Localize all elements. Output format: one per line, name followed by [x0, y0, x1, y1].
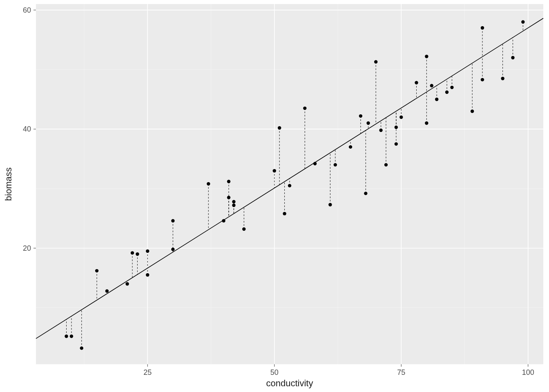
data-point [430, 84, 433, 87]
y-tick-label: 60 [23, 6, 31, 14]
data-point [171, 247, 174, 251]
data-point [80, 346, 83, 350]
data-point [359, 114, 362, 118]
data-point [70, 334, 73, 338]
data-point [445, 91, 449, 94]
data-point [399, 116, 403, 119]
data-point [313, 162, 317, 165]
data-point [511, 56, 514, 59]
data-point [288, 184, 291, 187]
data-point [471, 109, 474, 113]
data-point [364, 192, 367, 195]
data-point [242, 227, 245, 231]
data-point [232, 200, 235, 203]
data-point [435, 98, 438, 101]
data-point [303, 107, 306, 110]
data-point [366, 121, 370, 125]
data-point [425, 55, 428, 58]
y-tick-label: 20 [23, 244, 31, 252]
data-point [481, 26, 484, 29]
x-tick-label: 25 [143, 368, 152, 376]
x-tick-label: 100 [522, 368, 534, 376]
data-point [501, 77, 504, 80]
data-point [227, 196, 230, 199]
y-axis-title: biomass [3, 167, 13, 201]
x-tick-label: 75 [397, 368, 405, 376]
data-point [232, 204, 235, 207]
data-point [105, 289, 109, 292]
data-point [207, 182, 210, 185]
data-point [379, 129, 382, 132]
scatter-chart: 255075100204060conductivitybiomass [0, 0, 549, 392]
data-point [95, 269, 98, 272]
data-point [222, 219, 225, 222]
data-point [171, 219, 174, 222]
chart-svg: 255075100204060conductivitybiomass [0, 0, 549, 392]
data-point [395, 142, 398, 145]
data-point [283, 212, 286, 215]
data-point [481, 78, 484, 81]
data-point [136, 252, 139, 256]
data-point [415, 81, 418, 84]
data-point [131, 251, 134, 254]
data-point [273, 169, 276, 172]
data-point [425, 121, 428, 125]
data-point [450, 86, 453, 89]
data-point [384, 163, 388, 166]
data-point [334, 163, 337, 166]
y-tick-label: 40 [23, 125, 31, 133]
data-point [374, 60, 377, 63]
data-point [395, 126, 398, 129]
x-axis-title: conductivity [266, 378, 313, 388]
data-point [65, 334, 68, 338]
x-tick-label: 50 [270, 368, 279, 376]
data-point [227, 180, 230, 183]
data-point [125, 282, 129, 285]
data-point [521, 20, 524, 24]
data-point [349, 145, 352, 149]
data-point [328, 203, 332, 206]
data-point [146, 273, 149, 276]
data-point [278, 126, 281, 129]
data-point [146, 249, 149, 253]
